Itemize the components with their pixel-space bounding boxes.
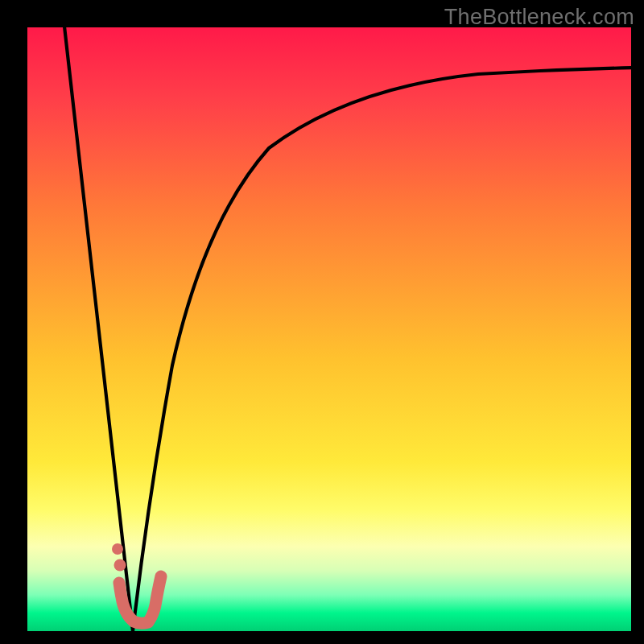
right-curve bbox=[133, 68, 631, 631]
marker-dot-lower bbox=[114, 559, 126, 572]
plot-area bbox=[27, 27, 631, 631]
watermark-text: TheBottleneck.com bbox=[444, 5, 634, 30]
left-line bbox=[64, 27, 133, 631]
marker-dot-upper bbox=[112, 543, 123, 555]
curve-layer bbox=[27, 27, 631, 631]
chart-frame: TheBottleneck.com bbox=[0, 0, 644, 644]
